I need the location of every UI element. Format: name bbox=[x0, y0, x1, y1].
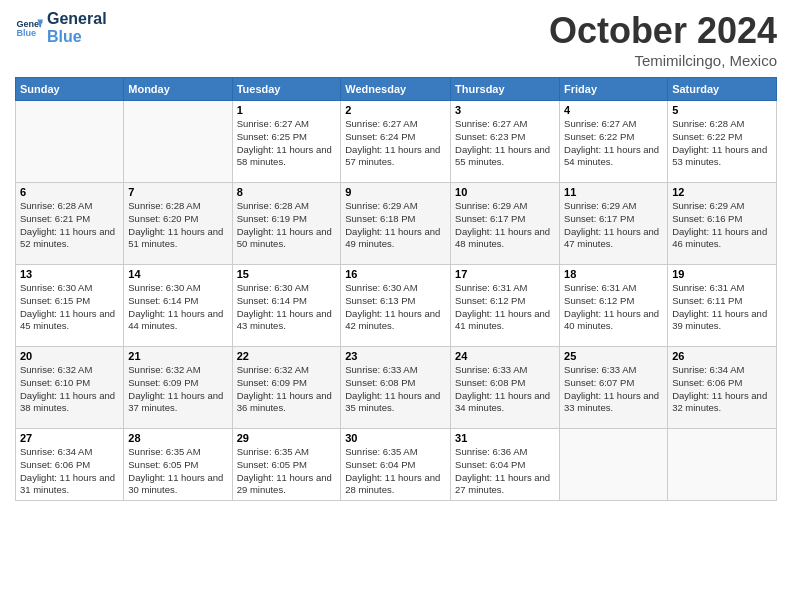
calendar-cell: 2Sunrise: 6:27 AM Sunset: 6:24 PM Daylig… bbox=[341, 101, 451, 183]
day-info: Sunrise: 6:29 AM Sunset: 6:17 PM Dayligh… bbox=[564, 200, 663, 251]
day-info: Sunrise: 6:30 AM Sunset: 6:14 PM Dayligh… bbox=[128, 282, 227, 333]
day-info: Sunrise: 6:27 AM Sunset: 6:22 PM Dayligh… bbox=[564, 118, 663, 169]
header: General Blue General Blue October 2024 T… bbox=[15, 10, 777, 69]
day-info: Sunrise: 6:32 AM Sunset: 6:09 PM Dayligh… bbox=[128, 364, 227, 415]
weekday-header-wednesday: Wednesday bbox=[341, 78, 451, 101]
calendar-cell: 27Sunrise: 6:34 AM Sunset: 6:06 PM Dayli… bbox=[16, 429, 124, 501]
day-number: 31 bbox=[455, 432, 555, 444]
day-info: Sunrise: 6:31 AM Sunset: 6:12 PM Dayligh… bbox=[564, 282, 663, 333]
day-info: Sunrise: 6:28 AM Sunset: 6:21 PM Dayligh… bbox=[20, 200, 119, 251]
day-info: Sunrise: 6:28 AM Sunset: 6:22 PM Dayligh… bbox=[672, 118, 772, 169]
day-number: 16 bbox=[345, 268, 446, 280]
day-number: 5 bbox=[672, 104, 772, 116]
calendar-week-1: 1Sunrise: 6:27 AM Sunset: 6:25 PM Daylig… bbox=[16, 101, 777, 183]
day-info: Sunrise: 6:29 AM Sunset: 6:17 PM Dayligh… bbox=[455, 200, 555, 251]
calendar-cell: 14Sunrise: 6:30 AM Sunset: 6:14 PM Dayli… bbox=[124, 265, 232, 347]
weekday-header-thursday: Thursday bbox=[451, 78, 560, 101]
day-number: 27 bbox=[20, 432, 119, 444]
day-info: Sunrise: 6:34 AM Sunset: 6:06 PM Dayligh… bbox=[672, 364, 772, 415]
day-number: 23 bbox=[345, 350, 446, 362]
logo-line2: Blue bbox=[47, 28, 107, 46]
calendar-cell: 9Sunrise: 6:29 AM Sunset: 6:18 PM Daylig… bbox=[341, 183, 451, 265]
calendar-cell: 8Sunrise: 6:28 AM Sunset: 6:19 PM Daylig… bbox=[232, 183, 341, 265]
day-number: 17 bbox=[455, 268, 555, 280]
weekday-header-saturday: Saturday bbox=[668, 78, 777, 101]
day-info: Sunrise: 6:33 AM Sunset: 6:07 PM Dayligh… bbox=[564, 364, 663, 415]
day-number: 7 bbox=[128, 186, 227, 198]
day-info: Sunrise: 6:27 AM Sunset: 6:23 PM Dayligh… bbox=[455, 118, 555, 169]
day-number: 26 bbox=[672, 350, 772, 362]
calendar-cell: 26Sunrise: 6:34 AM Sunset: 6:06 PM Dayli… bbox=[668, 347, 777, 429]
day-info: Sunrise: 6:29 AM Sunset: 6:16 PM Dayligh… bbox=[672, 200, 772, 251]
logo: General Blue General Blue bbox=[15, 10, 107, 45]
day-info: Sunrise: 6:36 AM Sunset: 6:04 PM Dayligh… bbox=[455, 446, 555, 497]
calendar-cell: 10Sunrise: 6:29 AM Sunset: 6:17 PM Dayli… bbox=[451, 183, 560, 265]
calendar-cell bbox=[668, 429, 777, 501]
day-number: 14 bbox=[128, 268, 227, 280]
calendar-cell bbox=[16, 101, 124, 183]
day-number: 10 bbox=[455, 186, 555, 198]
calendar-cell bbox=[124, 101, 232, 183]
day-info: Sunrise: 6:27 AM Sunset: 6:24 PM Dayligh… bbox=[345, 118, 446, 169]
day-info: Sunrise: 6:29 AM Sunset: 6:18 PM Dayligh… bbox=[345, 200, 446, 251]
calendar-cell: 15Sunrise: 6:30 AM Sunset: 6:14 PM Dayli… bbox=[232, 265, 341, 347]
calendar-cell: 20Sunrise: 6:32 AM Sunset: 6:10 PM Dayli… bbox=[16, 347, 124, 429]
day-number: 28 bbox=[128, 432, 227, 444]
calendar-cell: 24Sunrise: 6:33 AM Sunset: 6:08 PM Dayli… bbox=[451, 347, 560, 429]
calendar-cell: 5Sunrise: 6:28 AM Sunset: 6:22 PM Daylig… bbox=[668, 101, 777, 183]
calendar-cell: 7Sunrise: 6:28 AM Sunset: 6:20 PM Daylig… bbox=[124, 183, 232, 265]
calendar-cell: 13Sunrise: 6:30 AM Sunset: 6:15 PM Dayli… bbox=[16, 265, 124, 347]
day-number: 25 bbox=[564, 350, 663, 362]
day-number: 6 bbox=[20, 186, 119, 198]
calendar-body: 1Sunrise: 6:27 AM Sunset: 6:25 PM Daylig… bbox=[16, 101, 777, 501]
calendar-table: SundayMondayTuesdayWednesdayThursdayFrid… bbox=[15, 77, 777, 501]
calendar-cell: 1Sunrise: 6:27 AM Sunset: 6:25 PM Daylig… bbox=[232, 101, 341, 183]
calendar-cell: 21Sunrise: 6:32 AM Sunset: 6:09 PM Dayli… bbox=[124, 347, 232, 429]
calendar-cell bbox=[560, 429, 668, 501]
day-info: Sunrise: 6:32 AM Sunset: 6:09 PM Dayligh… bbox=[237, 364, 337, 415]
day-number: 21 bbox=[128, 350, 227, 362]
day-number: 3 bbox=[455, 104, 555, 116]
day-number: 11 bbox=[564, 186, 663, 198]
day-number: 22 bbox=[237, 350, 337, 362]
day-number: 1 bbox=[237, 104, 337, 116]
calendar-cell: 25Sunrise: 6:33 AM Sunset: 6:07 PM Dayli… bbox=[560, 347, 668, 429]
calendar-week-2: 6Sunrise: 6:28 AM Sunset: 6:21 PM Daylig… bbox=[16, 183, 777, 265]
day-info: Sunrise: 6:31 AM Sunset: 6:12 PM Dayligh… bbox=[455, 282, 555, 333]
svg-text:Blue: Blue bbox=[16, 28, 36, 38]
day-number: 8 bbox=[237, 186, 337, 198]
logo-line1: General bbox=[47, 10, 107, 28]
location: Temimilcingo, Mexico bbox=[549, 52, 777, 69]
day-info: Sunrise: 6:28 AM Sunset: 6:19 PM Dayligh… bbox=[237, 200, 337, 251]
weekday-header-sunday: Sunday bbox=[16, 78, 124, 101]
day-info: Sunrise: 6:33 AM Sunset: 6:08 PM Dayligh… bbox=[345, 364, 446, 415]
day-info: Sunrise: 6:30 AM Sunset: 6:14 PM Dayligh… bbox=[237, 282, 337, 333]
day-number: 15 bbox=[237, 268, 337, 280]
weekday-header-friday: Friday bbox=[560, 78, 668, 101]
calendar-cell: 11Sunrise: 6:29 AM Sunset: 6:17 PM Dayli… bbox=[560, 183, 668, 265]
calendar-cell: 17Sunrise: 6:31 AM Sunset: 6:12 PM Dayli… bbox=[451, 265, 560, 347]
day-info: Sunrise: 6:28 AM Sunset: 6:20 PM Dayligh… bbox=[128, 200, 227, 251]
month-title: October 2024 bbox=[549, 10, 777, 52]
day-number: 24 bbox=[455, 350, 555, 362]
calendar-cell: 23Sunrise: 6:33 AM Sunset: 6:08 PM Dayli… bbox=[341, 347, 451, 429]
weekday-header-tuesday: Tuesday bbox=[232, 78, 341, 101]
day-info: Sunrise: 6:30 AM Sunset: 6:15 PM Dayligh… bbox=[20, 282, 119, 333]
calendar-cell: 6Sunrise: 6:28 AM Sunset: 6:21 PM Daylig… bbox=[16, 183, 124, 265]
day-info: Sunrise: 6:32 AM Sunset: 6:10 PM Dayligh… bbox=[20, 364, 119, 415]
calendar-cell: 18Sunrise: 6:31 AM Sunset: 6:12 PM Dayli… bbox=[560, 265, 668, 347]
calendar-cell: 22Sunrise: 6:32 AM Sunset: 6:09 PM Dayli… bbox=[232, 347, 341, 429]
calendar-cell: 29Sunrise: 6:35 AM Sunset: 6:05 PM Dayli… bbox=[232, 429, 341, 501]
calendar-week-4: 20Sunrise: 6:32 AM Sunset: 6:10 PM Dayli… bbox=[16, 347, 777, 429]
day-info: Sunrise: 6:35 AM Sunset: 6:05 PM Dayligh… bbox=[128, 446, 227, 497]
weekday-header-monday: Monday bbox=[124, 78, 232, 101]
weekday-header-row: SundayMondayTuesdayWednesdayThursdayFrid… bbox=[16, 78, 777, 101]
calendar-cell: 19Sunrise: 6:31 AM Sunset: 6:11 PM Dayli… bbox=[668, 265, 777, 347]
calendar-cell: 30Sunrise: 6:35 AM Sunset: 6:04 PM Dayli… bbox=[341, 429, 451, 501]
logo-icon: General Blue bbox=[15, 14, 43, 42]
calendar-cell: 28Sunrise: 6:35 AM Sunset: 6:05 PM Dayli… bbox=[124, 429, 232, 501]
day-info: Sunrise: 6:27 AM Sunset: 6:25 PM Dayligh… bbox=[237, 118, 337, 169]
day-info: Sunrise: 6:35 AM Sunset: 6:04 PM Dayligh… bbox=[345, 446, 446, 497]
day-number: 19 bbox=[672, 268, 772, 280]
calendar-cell: 3Sunrise: 6:27 AM Sunset: 6:23 PM Daylig… bbox=[451, 101, 560, 183]
